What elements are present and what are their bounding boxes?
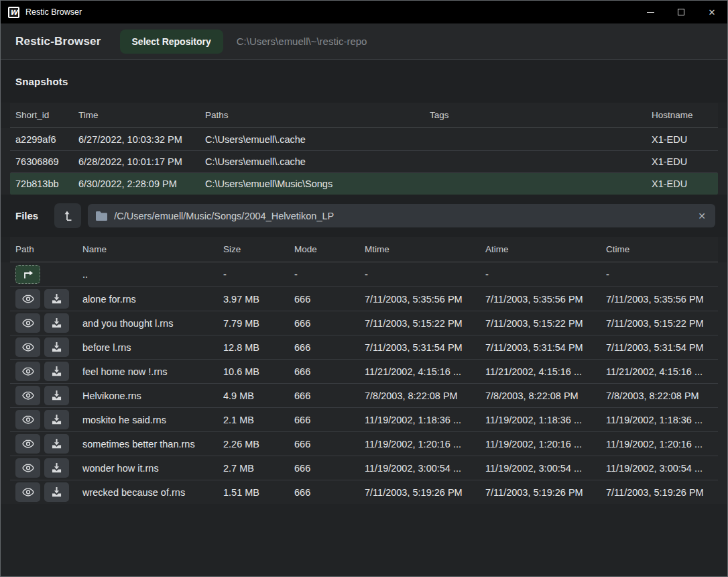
download-file-button[interactable] bbox=[44, 410, 69, 429]
snapshot-paths: C:\Users\emuell\.cache bbox=[205, 156, 430, 167]
current-path-input[interactable]: /C/Users/emuell/Music/Songs/2004_Helveti… bbox=[88, 204, 715, 227]
file-atime: 7/8/2003, 8:22:08 PM bbox=[485, 390, 606, 401]
file-size: 2.26 MB bbox=[223, 439, 294, 450]
clear-path-button[interactable]: ✕ bbox=[688, 204, 715, 227]
preview-file-button[interactable] bbox=[15, 313, 40, 333]
parent-directory-button[interactable] bbox=[15, 265, 40, 284]
download-file-button[interactable] bbox=[44, 482, 69, 502]
file-mtime: 11/19/2002, 1:18:36 ... bbox=[365, 415, 485, 425]
download-file-button[interactable] bbox=[44, 337, 69, 357]
file-name: .. bbox=[82, 269, 223, 280]
preview-file-button[interactable] bbox=[15, 482, 40, 502]
files-column-header-name: Name bbox=[82, 244, 223, 254]
file-mtime: 7/11/2003, 5:19:26 PM bbox=[365, 487, 485, 498]
download-file-button[interactable] bbox=[44, 458, 69, 478]
snapshots-column-header-tags: Tags bbox=[430, 110, 652, 120]
file-atime: 11/19/2002, 3:00:54 ... bbox=[485, 463, 606, 474]
file-ctime: - bbox=[606, 269, 713, 280]
file-atime: - bbox=[485, 269, 606, 280]
file-size: - bbox=[223, 269, 294, 280]
file-row: feel home now !.rns10.6 MB66611/21/2002,… bbox=[10, 359, 718, 383]
download-icon bbox=[52, 463, 62, 473]
app-header: Restic-Browser Select Repository C:\User… bbox=[1, 23, 727, 60]
file-name: Helvikone.rns bbox=[82, 390, 223, 401]
file-actions bbox=[15, 265, 82, 284]
current-path-value: /C/Users/emuell/Music/Songs/2004_Helveti… bbox=[114, 211, 688, 221]
download-icon bbox=[52, 342, 62, 352]
file-row: moskito he said.rns2.1 MB66611/19/2002, … bbox=[10, 407, 718, 431]
file-actions bbox=[15, 434, 82, 454]
file-actions bbox=[15, 313, 82, 333]
file-actions bbox=[15, 458, 82, 478]
file-size: 2.7 MB bbox=[223, 463, 294, 474]
download-file-button[interactable] bbox=[44, 386, 69, 405]
app-title: Restic-Browser bbox=[15, 35, 101, 48]
snapshot-time: 6/30/2022, 2:28:09 PM bbox=[78, 178, 205, 189]
file-mtime: 7/11/2003, 5:15:22 PM bbox=[365, 318, 485, 329]
snapshot-row[interactable]: a2299af66/27/2022, 10:03:32 PMC:\Users\e… bbox=[10, 128, 718, 150]
snapshot-hostname: X1-EDU bbox=[652, 156, 713, 167]
files-column-header-mtime: Mtime bbox=[365, 244, 485, 254]
file-ctime: 7/11/2003, 5:35:56 PM bbox=[606, 294, 713, 305]
file-row: before l.rns12.8 MB6667/11/2003, 5:31:54… bbox=[10, 335, 718, 359]
close-icon: ✕ bbox=[709, 7, 716, 17]
file-name: moskito he said.rns bbox=[82, 415, 223, 425]
file-mtime: 11/19/2002, 3:00:54 ... bbox=[365, 463, 485, 474]
file-mtime: 7/11/2003, 5:35:56 PM bbox=[365, 294, 485, 305]
preview-file-button[interactable] bbox=[15, 410, 40, 429]
file-atime: 11/21/2002, 4:15:16 ... bbox=[485, 366, 606, 377]
download-file-button[interactable] bbox=[44, 289, 69, 309]
file-row: wonder how it.rns2.7 MB66611/19/2002, 3:… bbox=[10, 456, 718, 480]
file-ctime: 7/11/2003, 5:31:54 PM bbox=[606, 342, 713, 353]
files-column-header-atime: Atime bbox=[485, 244, 606, 254]
select-repository-button[interactable]: Select Repository bbox=[120, 30, 223, 54]
file-actions bbox=[15, 482, 82, 502]
snapshot-hostname: X1-EDU bbox=[652, 134, 713, 145]
snapshot-short-id: 72b813bb bbox=[15, 178, 78, 189]
eye-icon bbox=[22, 319, 34, 327]
maximize-icon bbox=[678, 9, 684, 15]
snapshots-column-header-paths: Paths bbox=[205, 110, 430, 120]
eye-icon bbox=[22, 439, 34, 448]
file-size: 2.1 MB bbox=[223, 415, 294, 425]
preview-file-button[interactable] bbox=[15, 362, 40, 381]
file-mode: 666 bbox=[294, 342, 365, 353]
file-row: ..----- bbox=[10, 262, 718, 286]
preview-file-button[interactable] bbox=[15, 337, 40, 357]
file-mtime: 7/8/2003, 8:22:08 PM bbox=[365, 390, 485, 401]
file-ctime: 7/8/2003, 8:22:08 PM bbox=[606, 390, 713, 401]
file-size: 1.51 MB bbox=[223, 487, 294, 498]
preview-file-button[interactable] bbox=[15, 289, 40, 309]
file-mode: 666 bbox=[294, 318, 365, 329]
preview-file-button[interactable] bbox=[15, 458, 40, 478]
snapshot-row[interactable]: 763068696/28/2022, 10:01:17 PMC:\Users\e… bbox=[10, 150, 718, 172]
files-column-header-size: Size bbox=[223, 244, 294, 254]
download-file-button[interactable] bbox=[44, 362, 69, 381]
snapshots-table: a2299af66/27/2022, 10:03:32 PMC:\Users\e… bbox=[1, 128, 727, 195]
eye-icon bbox=[22, 343, 34, 352]
file-name: alone for.rns bbox=[82, 294, 223, 305]
go-up-level-button[interactable] bbox=[54, 203, 81, 228]
minimize-button[interactable] bbox=[635, 1, 666, 23]
maximize-button[interactable] bbox=[666, 1, 696, 23]
file-actions bbox=[15, 362, 82, 381]
file-name: wonder how it.rns bbox=[82, 463, 223, 474]
file-mode: - bbox=[294, 269, 365, 280]
download-file-button[interactable] bbox=[44, 434, 69, 454]
preview-file-button[interactable] bbox=[15, 434, 40, 454]
files-column-header-mode: Mode bbox=[294, 244, 365, 254]
file-mode: 666 bbox=[294, 439, 365, 450]
close-button[interactable]: ✕ bbox=[696, 1, 727, 23]
file-size: 10.6 MB bbox=[223, 366, 294, 377]
file-mtime: 11/19/2002, 1:20:16 ... bbox=[365, 439, 485, 450]
file-row: wrecked because of.rns1.51 MB6667/11/200… bbox=[10, 480, 718, 504]
file-name: feel home now !.rns bbox=[82, 366, 223, 377]
snapshot-row[interactable]: 72b813bb6/30/2022, 2:28:09 PMC:\Users\em… bbox=[10, 172, 718, 195]
file-atime: 7/11/2003, 5:35:56 PM bbox=[485, 294, 606, 305]
files-column-header-ctime: Ctime bbox=[606, 244, 713, 254]
file-name: and you thought l.rns bbox=[82, 318, 223, 329]
preview-file-button[interactable] bbox=[15, 386, 40, 405]
download-file-button[interactable] bbox=[44, 313, 69, 333]
file-mtime: 11/21/2002, 4:15:16 ... bbox=[365, 366, 485, 377]
snapshots-header-row: Short_idTimePathsTagsHostname bbox=[10, 103, 718, 128]
